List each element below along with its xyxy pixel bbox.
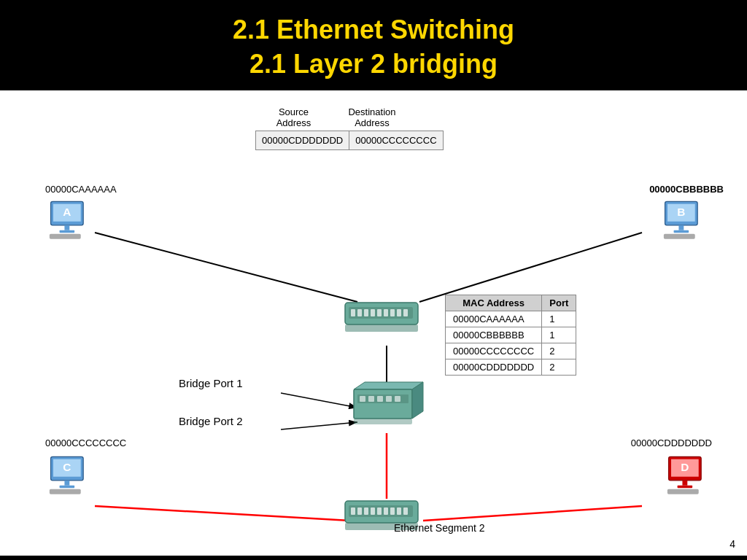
svg-rect-25 [60,485,75,487]
svg-rect-20 [664,233,695,238]
svg-rect-64 [397,508,401,515]
frame-box: 00000CDDDDDDD 00000CCCCCCCC [255,131,444,150]
header-title: 2.1 Ethernet Switching 2.1 Layer 2 bridg… [0,13,747,82]
mac-label-c: 00000CCCCCCCC [45,438,126,448]
mac-table-row3-mac: 00000CCCCCCCC [446,343,542,359]
computer-b: B [659,198,711,242]
table-row: 00000CAAAAAA 1 [446,311,576,327]
svg-rect-30 [682,480,687,485]
table-row: 00000CDDDDDDD 2 [446,359,576,375]
computer-a-icon: A [45,198,96,242]
svg-rect-46 [354,389,412,419]
svg-rect-42 [397,309,401,316]
svg-rect-54 [354,419,412,424]
svg-text:D: D [681,461,689,473]
mac-table-row4-mac: 00000CDDDDDDD [446,359,542,375]
frame-src-value: 00000CDDDDDDD [256,131,349,149]
svg-rect-26 [50,489,81,494]
table-row: 00000CCCCCCCC 2 [446,343,576,359]
svg-rect-57 [351,508,355,515]
frame-source-label: SourceAddress [255,106,332,128]
svg-rect-44 [345,324,418,332]
svg-line-0 [95,233,357,302]
svg-rect-65 [403,508,408,515]
svg-rect-36 [357,309,362,316]
computer-c-icon: C [45,454,96,497]
svg-line-4 [95,506,350,521]
svg-rect-38 [371,309,375,316]
computer-d-icon: D [663,454,714,497]
table-row: 00000CBBBBBB 1 [446,327,576,343]
svg-rect-49 [360,396,365,402]
content-area: 00000CAAAAAA 00000CBBBBBB 00000CCCCCCCC … [0,90,747,556]
svg-line-1 [419,233,642,302]
svg-rect-19 [674,230,689,232]
svg-rect-58 [357,508,362,515]
mac-table-row2-mac: 00000CBBBBBB [446,327,542,343]
svg-rect-53 [395,396,400,402]
bridge-icon [339,378,427,433]
svg-rect-60 [371,508,375,515]
bridge [339,378,427,436]
svg-text:B: B [677,206,685,218]
svg-rect-59 [364,508,368,515]
svg-text:A: A [63,206,71,218]
computer-d: D [663,454,714,497]
frame-dst-value: 00000CCCCCCCC [349,131,442,149]
svg-rect-62 [384,508,388,515]
svg-rect-39 [377,309,382,316]
svg-rect-50 [368,396,374,402]
svg-rect-61 [377,508,382,515]
ethernet-segment-label: Ethernet Segment 2 [394,522,485,534]
svg-rect-24 [64,480,69,485]
mac-label-a: 00000CAAAAAA [45,184,117,195]
mac-table-row3-port: 2 [542,343,576,359]
svg-rect-63 [390,508,395,515]
top-switch [341,297,422,340]
header: 2.1 Ethernet Switching 2.1 Layer 2 bridg… [0,0,747,90]
mac-table-header-address: MAC Address [446,295,542,311]
mac-table-row4-port: 2 [542,359,576,375]
computer-b-icon: B [659,198,711,242]
mac-table-row1-port: 1 [542,311,576,327]
svg-rect-52 [386,396,392,402]
svg-rect-32 [667,489,699,494]
svg-rect-12 [64,225,69,230]
svg-rect-43 [403,309,408,316]
svg-rect-37 [364,309,368,316]
frame-destination-label: DestinationAddress [332,106,412,128]
mac-label-d: 00000CDDDDDDD [631,438,712,448]
svg-marker-45 [354,382,423,389]
svg-rect-18 [678,225,684,230]
svg-rect-51 [377,396,383,402]
svg-rect-41 [390,309,395,316]
svg-rect-35 [351,309,355,316]
svg-line-5 [423,506,642,521]
top-switch-icon [341,297,422,337]
computer-c: C [45,454,96,497]
svg-rect-40 [384,309,388,316]
svg-rect-14 [50,233,81,238]
mac-table-row1-mac: 00000CAAAAAA [446,311,542,327]
svg-text:C: C [63,461,71,473]
mac-table-header-port: Port [542,295,576,311]
bridge-port-2-label: Bridge Port 2 [179,415,243,427]
mac-table-row2-port: 1 [542,327,576,343]
bridge-port-1-label: Bridge Port 1 [179,377,243,389]
mac-label-b: 00000CBBBBBB [649,184,724,195]
svg-rect-13 [60,230,75,232]
page-number: 4 [729,538,735,550]
computer-a: A [45,198,96,242]
mac-address-table: MAC Address Port 00000CAAAAAA 1 00000CBB… [445,295,576,376]
svg-rect-31 [678,485,693,487]
frame-labels: SourceAddress DestinationAddress [255,106,412,128]
